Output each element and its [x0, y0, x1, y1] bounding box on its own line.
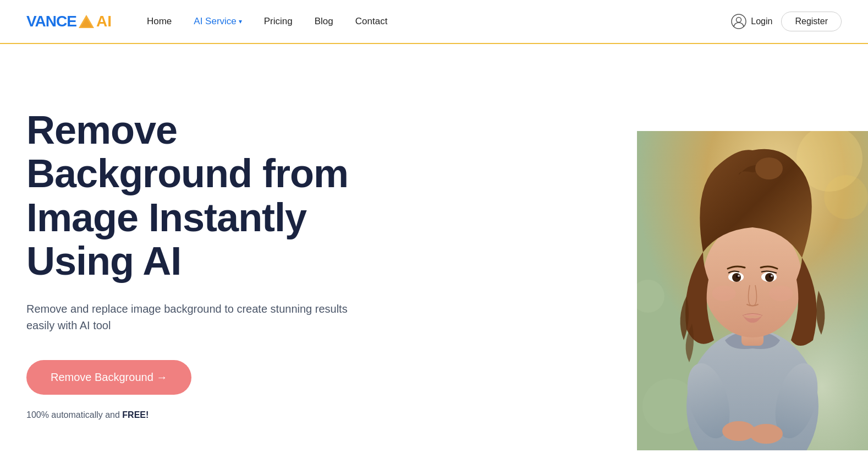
svg-point-24: [738, 275, 740, 277]
svg-point-7: [824, 175, 868, 219]
nav-blog[interactable]: Blog: [306, 12, 342, 31]
logo-vance-text: VANCE: [26, 13, 76, 30]
svg-point-13: [722, 421, 755, 441]
nav-links: Home AI Service ▾ Pricing Blog Contact: [138, 12, 731, 31]
svg-point-17: [755, 157, 783, 179]
hero-title-line1: Remove Background from: [26, 108, 348, 195]
svg-point-26: [712, 286, 736, 301]
user-icon: [731, 14, 746, 29]
register-button[interactable]: Register: [781, 12, 842, 31]
svg-point-27: [769, 286, 793, 301]
nav-actions: Login Register: [731, 12, 842, 31]
free-label: 100% automatically and FREE!: [26, 410, 378, 420]
remove-background-button[interactable]: Remove Background →: [26, 360, 191, 395]
login-label: Login: [751, 17, 772, 26]
free-label-normal: 100% automatically and: [26, 410, 122, 419]
svg-point-3: [737, 18, 741, 23]
hero-title-line2: Image Instantly Using AI: [26, 195, 306, 283]
hero-content: Remove Background from Image Instantly U…: [26, 108, 400, 420]
hero-section: Remove Background from Image Instantly U…: [0, 44, 868, 473]
logo[interactable]: VANCE AI: [26, 13, 112, 30]
nav-home[interactable]: Home: [138, 12, 180, 31]
navbar: VANCE AI Home AI Service ▾ Pricing Blog …: [0, 0, 868, 44]
hero-subtitle: Remove and replace image background to c…: [26, 301, 378, 334]
logo-icon: [78, 13, 95, 30]
nav-ai-service[interactable]: AI Service ▾: [185, 12, 250, 31]
nav-pricing[interactable]: Pricing: [255, 12, 301, 31]
hero-title: Remove Background from Image Instantly U…: [26, 108, 378, 283]
nav-ai-service-label: AI Service: [194, 16, 236, 27]
svg-point-25: [771, 275, 773, 277]
free-label-bold: FREE!: [122, 410, 149, 419]
logo-ai-text: AI: [96, 13, 112, 30]
svg-point-14: [750, 424, 783, 444]
chevron-down-icon: ▾: [239, 18, 242, 25]
hero-image: [637, 131, 868, 450]
login-button[interactable]: Login: [731, 14, 772, 29]
nav-contact[interactable]: Contact: [347, 12, 397, 31]
hero-portrait-svg: [637, 131, 868, 450]
